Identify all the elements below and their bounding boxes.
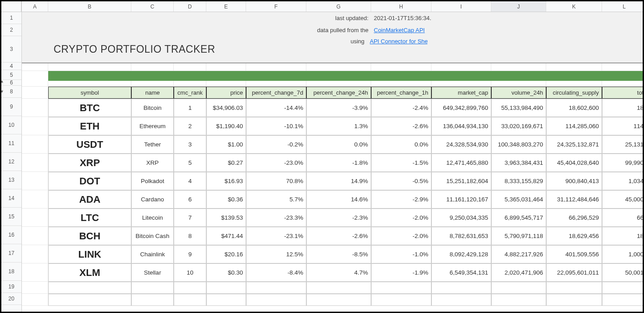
circ-cell[interactable]: 401,509,556 xyxy=(546,245,602,263)
price-cell[interactable]: $1.00 xyxy=(206,135,246,154)
vol-cell[interactable]: 8,333,155,829 xyxy=(491,172,546,190)
pct7d-cell[interactable]: -0.2% xyxy=(246,135,306,154)
pct7d-cell[interactable]: -23.3% xyxy=(246,209,306,227)
row-header-3[interactable]: 3 xyxy=(1,36,21,63)
col-header-K[interactable]: K xyxy=(546,1,602,12)
circ-cell[interactable]: 31,112,484,646 xyxy=(546,190,602,209)
mcap-cell[interactable]: 649,342,899,760 xyxy=(431,99,491,117)
info-last-updated-label[interactable]: last updated: xyxy=(306,12,371,24)
mcap-cell[interactable]: 136,044,934,130 xyxy=(431,117,491,135)
th-vol[interactable]: volume_24h xyxy=(491,87,546,99)
vol-cell[interactable]: 2,020,471,906 xyxy=(491,263,546,282)
rank-cell[interactable]: 2 xyxy=(174,117,206,135)
pct7d-cell[interactable]: 70.8% xyxy=(246,172,306,190)
row-header-1[interactable]: 1 xyxy=(1,12,21,24)
mcap-cell[interactable]: 8,092,429,128 xyxy=(431,245,491,263)
pct24h-cell[interactable]: -1.8% xyxy=(306,154,371,172)
cell[interactable] xyxy=(546,24,602,36)
col-header-J[interactable]: J xyxy=(491,1,546,12)
th-symbol[interactable]: symbol xyxy=(48,87,131,99)
col-header-I[interactable]: I xyxy=(431,1,491,12)
th-price[interactable]: price xyxy=(206,87,246,99)
cell[interactable] xyxy=(602,12,643,24)
pct1h-cell[interactable]: 0.0% xyxy=(371,135,431,154)
cell[interactable] xyxy=(22,12,48,24)
rank-cell[interactable]: 9 xyxy=(174,245,206,263)
tot-cell[interactable]: 18 xyxy=(602,227,643,245)
circ-cell[interactable]: 45,404,028,640 xyxy=(546,154,602,172)
cell[interactable] xyxy=(131,24,174,36)
cell[interactable] xyxy=(602,24,643,36)
vol-cell[interactable]: 100,348,803,270 xyxy=(491,135,546,154)
api-connector-link[interactable]: API Connector for Sheets xyxy=(367,36,427,63)
tot-cell[interactable]: 1,034 xyxy=(602,172,643,190)
mcap-cell[interactable]: 12,471,465,880 xyxy=(431,154,491,172)
row-header-17[interactable]: 17 xyxy=(1,244,21,263)
tot-cell[interactable]: 1,000 xyxy=(602,245,643,263)
vol-cell[interactable]: 55,133,984,490 xyxy=(491,99,546,117)
cell[interactable] xyxy=(174,12,206,24)
row-header-8[interactable]: ▼8 xyxy=(1,86,21,98)
pct1h-cell[interactable]: -2.0% xyxy=(371,227,431,245)
rank-cell[interactable]: 10 xyxy=(174,263,206,282)
symbol-cell[interactable]: DOT xyxy=(48,172,131,190)
cell[interactable] xyxy=(431,24,491,36)
tot-cell[interactable]: 45,000 xyxy=(602,190,643,209)
rank-cell[interactable]: 6 xyxy=(174,190,206,209)
symbol-cell[interactable]: BCH xyxy=(48,227,131,245)
row-header-4[interactable]: 4 xyxy=(1,63,21,70)
row-header-10[interactable]: 10 xyxy=(1,116,21,134)
mcap-cell[interactable]: 24,328,534,930 xyxy=(431,135,491,154)
pct24h-cell[interactable]: 14.6% xyxy=(306,190,371,209)
circ-cell[interactable]: 900,840,413 xyxy=(546,172,602,190)
price-cell[interactable]: $34,906.03 xyxy=(206,99,246,117)
pct7d-cell[interactable]: -10.1% xyxy=(246,117,306,135)
cell[interactable] xyxy=(598,36,643,63)
cell[interactable] xyxy=(246,12,306,24)
pct1h-cell[interactable]: -2.4% xyxy=(371,99,431,117)
pct1h-cell[interactable]: -2.6% xyxy=(371,117,431,135)
pct24h-cell[interactable]: -3.9% xyxy=(306,99,371,117)
vol-cell[interactable]: 3,963,384,431 xyxy=(491,154,546,172)
name-cell[interactable]: Tether xyxy=(131,135,174,154)
pct24h-cell[interactable]: 4.7% xyxy=(306,263,371,282)
collapse-up-icon[interactable]: ▲ xyxy=(0,79,4,83)
th-tot[interactable]: tot xyxy=(602,87,643,99)
col-header-D[interactable]: D xyxy=(174,1,206,12)
cell[interactable] xyxy=(22,36,48,63)
cell[interactable] xyxy=(546,12,602,24)
row-header-11[interactable]: 11 xyxy=(1,134,21,153)
price-cell[interactable]: $0.27 xyxy=(206,154,246,172)
pct1h-cell[interactable]: -0.5% xyxy=(371,172,431,190)
name-cell[interactable]: Cardano xyxy=(131,190,174,209)
name-cell[interactable]: Stellar xyxy=(131,263,174,282)
price-cell[interactable]: $20.16 xyxy=(206,245,246,263)
row-header-2[interactable]: 2 xyxy=(1,24,21,36)
cell[interactable] xyxy=(427,36,487,63)
price-cell[interactable]: $139.53 xyxy=(206,209,246,227)
pct24h-cell[interactable]: 0.0% xyxy=(306,135,371,154)
price-cell[interactable]: $471.44 xyxy=(206,227,246,245)
rank-cell[interactable]: 8 xyxy=(174,227,206,245)
pct24h-cell[interactable]: -2.3% xyxy=(306,209,371,227)
rank-cell[interactable]: 4 xyxy=(174,172,206,190)
col-header-L[interactable]: L xyxy=(602,1,643,12)
row-header-5[interactable]: 5 xyxy=(1,70,21,80)
col-header-A[interactable]: A xyxy=(22,1,48,12)
vol-cell[interactable]: 5,365,031,464 xyxy=(491,190,546,209)
tot-cell[interactable]: 50,001 xyxy=(602,263,643,282)
col-header-C[interactable]: C xyxy=(131,1,174,12)
col-header-F[interactable]: F xyxy=(246,1,306,12)
tot-cell[interactable]: 25,131 xyxy=(602,135,643,154)
pct7d-cell[interactable]: -14.4% xyxy=(246,99,306,117)
cell[interactable] xyxy=(491,12,546,24)
mcap-cell[interactable]: 6,549,354,131 xyxy=(431,263,491,282)
pct7d-cell[interactable]: -8.4% xyxy=(246,263,306,282)
pct7d-cell[interactable]: -23.0% xyxy=(246,154,306,172)
th-circ[interactable]: circulating_supply xyxy=(546,87,602,99)
row-header-14[interactable]: 14 xyxy=(1,189,21,208)
cell[interactable] xyxy=(174,24,206,36)
row-header-13[interactable]: 13 xyxy=(1,171,21,189)
price-cell[interactable]: $0.30 xyxy=(206,263,246,282)
pct7d-cell[interactable]: 12.5% xyxy=(246,245,306,263)
